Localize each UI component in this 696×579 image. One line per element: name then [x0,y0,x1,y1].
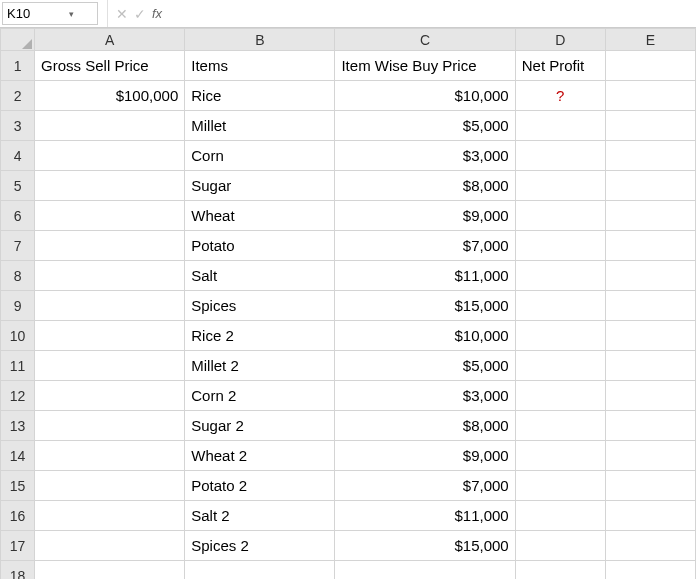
cell-C18[interactable] [335,561,515,580]
cell-C6[interactable]: $9,000 [335,201,515,231]
row-header-11[interactable]: 11 [1,351,35,381]
cell-B1[interactable]: Items [185,51,335,81]
cell-C16[interactable]: $11,000 [335,501,515,531]
row-header-8[interactable]: 8 [1,261,35,291]
col-header-D[interactable]: D [515,29,605,51]
cell-E4[interactable] [605,141,695,171]
cell-B15[interactable]: Potato 2 [185,471,335,501]
cell-A7[interactable] [35,231,185,261]
cell-D12[interactable] [515,381,605,411]
cell-D18[interactable] [515,561,605,580]
cell-C1[interactable]: Item Wise Buy Price [335,51,515,81]
cell-C9[interactable]: $15,000 [335,291,515,321]
cell-A14[interactable] [35,441,185,471]
cell-E1[interactable] [605,51,695,81]
cell-A18[interactable] [35,561,185,580]
row-header-14[interactable]: 14 [1,441,35,471]
cell-A6[interactable] [35,201,185,231]
cell-A2[interactable]: $100,000 [35,81,185,111]
cell-D13[interactable] [515,411,605,441]
cell-A12[interactable] [35,381,185,411]
cell-B8[interactable]: Salt [185,261,335,291]
cell-B9[interactable]: Spices [185,291,335,321]
row-header-1[interactable]: 1 [1,51,35,81]
cell-E18[interactable] [605,561,695,580]
row-header-10[interactable]: 10 [1,321,35,351]
formula-input[interactable] [170,0,696,27]
row-header-13[interactable]: 13 [1,411,35,441]
cell-A4[interactable] [35,141,185,171]
cell-D11[interactable] [515,351,605,381]
cell-E9[interactable] [605,291,695,321]
cell-D10[interactable] [515,321,605,351]
cell-D15[interactable] [515,471,605,501]
cell-E11[interactable] [605,351,695,381]
cell-E13[interactable] [605,411,695,441]
cell-A1[interactable]: Gross Sell Price [35,51,185,81]
row-header-9[interactable]: 9 [1,291,35,321]
cell-E5[interactable] [605,171,695,201]
name-box[interactable]: K10 ▾ [2,2,98,25]
cell-A16[interactable] [35,501,185,531]
cell-D5[interactable] [515,171,605,201]
cell-D3[interactable] [515,111,605,141]
cell-E17[interactable] [605,531,695,561]
cell-D1[interactable]: Net Profit [515,51,605,81]
cell-C4[interactable]: $3,000 [335,141,515,171]
row-header-7[interactable]: 7 [1,231,35,261]
cell-D17[interactable] [515,531,605,561]
spreadsheet-grid[interactable]: A B C D E 1 Gross Sell Price Items Item … [0,28,696,579]
cell-E3[interactable] [605,111,695,141]
cell-C12[interactable]: $3,000 [335,381,515,411]
cell-B7[interactable]: Potato [185,231,335,261]
row-header-2[interactable]: 2 [1,81,35,111]
cell-C7[interactable]: $7,000 [335,231,515,261]
cell-C15[interactable]: $7,000 [335,471,515,501]
cell-C13[interactable]: $8,000 [335,411,515,441]
cell-C17[interactable]: $15,000 [335,531,515,561]
cell-D14[interactable] [515,441,605,471]
cell-E7[interactable] [605,231,695,261]
cell-D8[interactable] [515,261,605,291]
cell-B13[interactable]: Sugar 2 [185,411,335,441]
cell-B2[interactable]: Rice [185,81,335,111]
cell-B17[interactable]: Spices 2 [185,531,335,561]
row-header-6[interactable]: 6 [1,201,35,231]
cell-B18[interactable] [185,561,335,580]
cell-C8[interactable]: $11,000 [335,261,515,291]
cell-E12[interactable] [605,381,695,411]
row-header-15[interactable]: 15 [1,471,35,501]
cell-B14[interactable]: Wheat 2 [185,441,335,471]
cell-E14[interactable] [605,441,695,471]
cell-E6[interactable] [605,201,695,231]
cell-D2[interactable]: ? [515,81,605,111]
cell-E16[interactable] [605,501,695,531]
row-header-12[interactable]: 12 [1,381,35,411]
col-header-E[interactable]: E [605,29,695,51]
row-header-16[interactable]: 16 [1,501,35,531]
cell-A11[interactable] [35,351,185,381]
cell-D6[interactable] [515,201,605,231]
cell-C3[interactable]: $5,000 [335,111,515,141]
col-header-B[interactable]: B [185,29,335,51]
cell-B5[interactable]: Sugar [185,171,335,201]
cell-A9[interactable] [35,291,185,321]
cell-A8[interactable] [35,261,185,291]
cell-B6[interactable]: Wheat [185,201,335,231]
cell-D16[interactable] [515,501,605,531]
col-header-C[interactable]: C [335,29,515,51]
cell-D4[interactable] [515,141,605,171]
select-all-corner[interactable] [1,29,35,51]
row-header-17[interactable]: 17 [1,531,35,561]
cell-A17[interactable] [35,531,185,561]
name-box-dropdown-icon[interactable]: ▾ [50,9,93,19]
row-header-5[interactable]: 5 [1,171,35,201]
cell-C5[interactable]: $8,000 [335,171,515,201]
cell-B11[interactable]: Millet 2 [185,351,335,381]
cell-B10[interactable]: Rice 2 [185,321,335,351]
cell-C11[interactable]: $5,000 [335,351,515,381]
fx-icon[interactable]: fx [152,6,162,21]
cell-A15[interactable] [35,471,185,501]
cell-C10[interactable]: $10,000 [335,321,515,351]
cell-E10[interactable] [605,321,695,351]
